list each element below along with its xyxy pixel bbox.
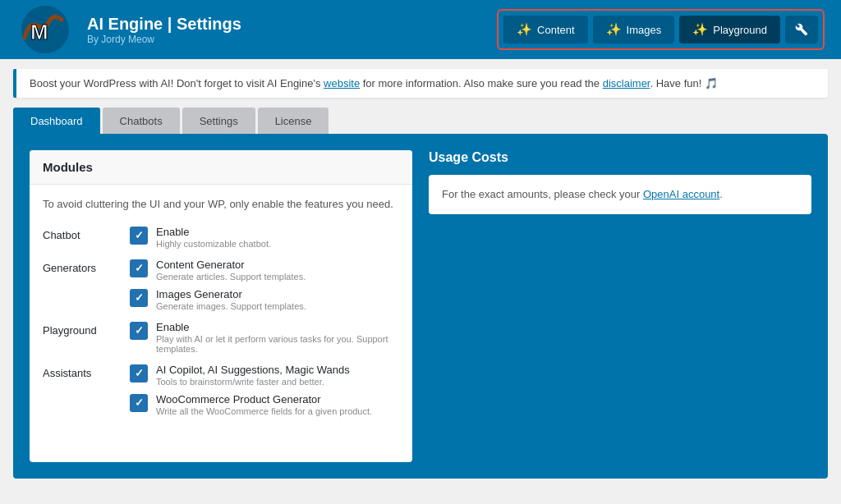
tab-license[interactable]: License [258,108,329,134]
copilot-checkbox[interactable] [130,364,148,383]
content-icon: ✨ [517,22,532,37]
module-generators-items: Content Generator Generate articles. Sup… [130,259,399,311]
nav-content-button[interactable]: ✨ Content [503,16,588,44]
module-playground-items: Enable Play with AI or let it perform va… [130,321,399,354]
usage-desc-before: For the exact amounts, please check your [442,188,643,200]
module-chatbot-label: Chatbot [43,226,117,241]
module-chatbot-section: Chatbot Enable Highly customizable chatb… [43,226,399,249]
module-generators-section: Generators Content Generator Generate ar… [43,259,399,311]
app-subtitle: By Jordy Meow [87,34,241,45]
usage-title: Usage Costs [429,150,811,165]
app-title: AI Engine | Settings [87,15,241,34]
tabs-bar: Dashboard Chatbots Settings License [13,108,828,134]
tools-button[interactable] [785,16,818,44]
list-item: Enable Play with AI or let it perform va… [130,321,399,354]
usage-desc-after: . [719,188,723,200]
list-item: AI Copilot, AI Suggestions, Magic Wands … [130,364,399,387]
playground-enable-desc: Play with AI or let it perform various t… [156,334,399,354]
notice-link-disclaimer[interactable]: disclaimer [603,77,650,89]
module-generators-label: Generators [43,259,117,274]
logo: M [16,1,74,58]
notice-text-before: Boost your WordPress with AI! Don't forg… [30,77,324,89]
woocommerce-desc: Write all the WooCommerce fields for a g… [156,406,372,416]
woocommerce-title: WooCommerce Product Generator [156,393,372,405]
main-content: Modules To avoid cluttering the UI and y… [13,134,828,479]
tab-dashboard[interactable]: Dashboard [13,108,100,134]
playground-enable-title: Enable [156,321,399,333]
header-nav: ✨ Content ✨ Images ✨ Playground [497,9,825,50]
images-generator-title: Images Generator [156,288,306,300]
chatbot-enable-title: Enable [156,226,271,238]
content-generator-title: Content Generator [156,259,306,271]
module-assistants-label: Assistants [43,364,117,379]
playground-icon: ✨ [692,22,708,37]
nav-playground-button[interactable]: ✨ Playground [679,16,780,44]
list-item: Enable Highly customizable chatbot. [130,226,399,249]
list-item: Content Generator Generate articles. Sup… [130,259,399,282]
chatbot-enable-checkbox[interactable] [130,227,148,245]
module-playground-section: Playground Enable Play with AI or let it… [43,321,399,354]
content-generator-checkbox[interactable] [130,259,148,277]
list-item: WooCommerce Product Generator Write all … [130,393,399,416]
list-item: Images Generator Generate images. Suppor… [130,288,399,311]
modules-panel: Modules To avoid cluttering the UI and y… [30,150,412,462]
playground-enable-checkbox[interactable] [130,322,148,340]
module-assistants-section: Assistants AI Copilot, AI Suggestions, M… [43,364,399,416]
images-generator-checkbox[interactable] [130,289,148,307]
tab-chatbots[interactable]: Chatbots [103,108,180,134]
usage-box: For the exact amounts, please check your… [429,175,811,214]
module-assistants-items: AI Copilot, AI Suggestions, Magic Wands … [130,364,399,416]
chatbot-enable-desc: Highly customizable chatbot. [156,239,271,249]
notice-text-middle: for more information. Also make sure you… [360,77,603,89]
woocommerce-checkbox[interactable] [130,394,148,412]
notice-text-after: . Have fun! 🎵 [650,77,717,89]
tab-settings[interactable]: Settings [182,108,255,134]
notice-bar: Boost your WordPress with AI! Don't forg… [13,69,828,98]
copilot-desc: Tools to brainstorm/write faster and bet… [156,377,350,387]
header: M AI Engine | Settings By Jordy Meow ✨ C… [0,0,841,59]
images-generator-desc: Generate images. Support templates. [156,301,306,311]
nav-images-button[interactable]: ✨ Images [593,16,675,44]
modules-title: Modules [30,150,412,185]
header-title-block: AI Engine | Settings By Jordy Meow [87,15,241,45]
images-icon: ✨ [606,22,622,37]
module-playground-label: Playground [43,321,117,337]
svg-text:M: M [30,20,48,44]
openai-account-link[interactable]: OpenAI account [643,188,719,200]
content-generator-desc: Generate articles. Support templates. [156,272,306,282]
copilot-title: AI Copilot, AI Suggestions, Magic Wands [156,364,350,376]
notice-link-website[interactable]: website [324,77,360,89]
module-chatbot-items: Enable Highly customizable chatbot. [130,226,399,249]
modules-description: To avoid cluttering the UI and your WP, … [43,196,399,213]
modules-body: To avoid cluttering the UI and your WP, … [30,185,412,438]
usage-panel: Usage Costs For the exact amounts, pleas… [429,150,811,462]
